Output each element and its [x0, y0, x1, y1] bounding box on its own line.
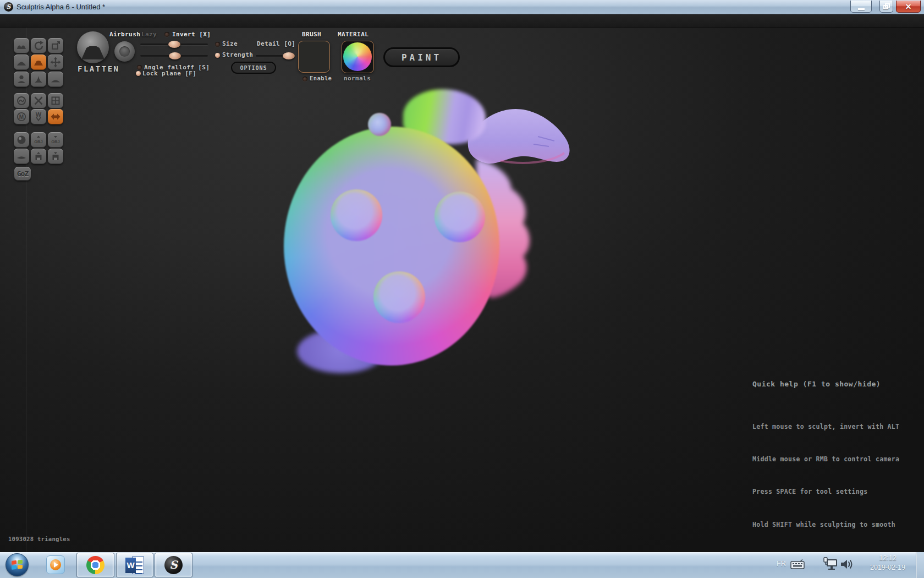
import-obj-button[interactable]: OBJ: [31, 132, 46, 148]
options-label: OPTIONS: [240, 65, 267, 71]
model-right-eye-bump: [435, 192, 485, 242]
start-button[interactable]: [6, 553, 29, 576]
strength-slider-knob[interactable]: [169, 52, 181, 59]
quick-help-title: Quick help (F1 to show/hide): [752, 380, 917, 388]
brush-texture-swatch[interactable]: [298, 41, 330, 73]
strength-pressure-radio[interactable]: [215, 53, 220, 58]
model-small-bump: [368, 113, 391, 136]
subdivide-all-button[interactable]: [48, 93, 63, 108]
options-button[interactable]: OPTIONS: [231, 62, 276, 74]
detail-label: Detail [Q]: [257, 40, 295, 47]
brush-enable-radio[interactable]: [302, 77, 307, 81]
restore-button[interactable]: [879, 1, 893, 13]
keyboard-icon[interactable]: [790, 559, 805, 570]
active-tool-name: FLATTEN: [78, 64, 120, 73]
sculptris-taskbar-icon: S: [164, 556, 183, 574]
reduce-brush-icon: [33, 95, 44, 106]
help-line: Middle mouse or RMB to control camera: [752, 454, 917, 465]
angle-falloff-radio[interactable]: [137, 65, 142, 70]
plane-icon: [16, 151, 27, 162]
brush-section-title: BRUSH: [302, 31, 321, 38]
detail-slider-knob[interactable]: [283, 52, 295, 59]
tool-draw-button[interactable]: [14, 54, 29, 70]
save-file-button[interactable]: [48, 149, 63, 164]
grab-icon: [50, 57, 61, 68]
size-slider[interactable]: [140, 41, 208, 48]
restore-icon: [883, 3, 890, 9]
paint-mode-button[interactable]: PAINT: [383, 47, 460, 67]
symmetry-toggle-button[interactable]: [48, 109, 63, 124]
export-obj-icon: OBJ: [50, 134, 61, 145]
pinch-icon: [33, 74, 44, 85]
tool-inflate-button[interactable]: [14, 72, 29, 87]
help-line: Left mouse to sculpt, invert with ALT: [752, 422, 917, 433]
new-plane-button[interactable]: [14, 149, 29, 164]
open-file-button[interactable]: [31, 149, 46, 164]
export-obj-button[interactable]: OBJ: [48, 132, 63, 148]
minimize-icon: [858, 8, 865, 10]
tool-crease-button[interactable]: [14, 38, 29, 53]
triangle-count-status: 1093028 triangles: [8, 536, 70, 542]
tool-pinch-button[interactable]: [31, 72, 46, 87]
lock-plane-label: Lock plane [F]: [142, 70, 196, 77]
minimize-button[interactable]: [850, 1, 872, 13]
wireframe-letter: W: [36, 111, 42, 118]
network-icon[interactable]: [823, 557, 838, 571]
help-line: Press SPACE for tool settings: [752, 487, 917, 498]
save-disk-icon: [50, 151, 61, 162]
reduce-selected-icon: [16, 95, 27, 106]
size-label: Size: [222, 40, 238, 47]
taskbar-chrome-button[interactable]: [76, 553, 114, 577]
export-obj-label: OBJ: [51, 139, 59, 144]
strength-slider[interactable]: [140, 52, 208, 59]
screen: S Sculptris Alpha 6 - Untitled * ✕ S Scu…: [0, 0, 924, 578]
subdivide-icon: [50, 95, 61, 106]
windows-flag-icon: [11, 559, 23, 570]
open-disk-icon: [33, 151, 44, 162]
speaker-icon[interactable]: [840, 558, 854, 571]
tool-flatten-button[interactable]: [31, 54, 46, 70]
reduce-selected-button[interactable]: [14, 93, 29, 108]
mask-letter: M: [19, 114, 24, 120]
close-icon: ✕: [905, 3, 912, 10]
new-sphere-button[interactable]: [14, 132, 29, 148]
mask-icon: M: [16, 111, 27, 122]
airbrush-toggle[interactable]: Airbrush: [109, 31, 140, 38]
material-swatch[interactable]: [342, 41, 374, 73]
tool-smooth-button[interactable]: [48, 72, 63, 87]
invert-radio[interactable]: [164, 32, 169, 37]
tool-grab-button[interactable]: [48, 54, 63, 70]
flatten-shape-icon: [81, 46, 105, 59]
model-sphere: [284, 127, 499, 366]
tool-scale-button[interactable]: [48, 38, 63, 53]
help-line: Hold SHIFT while sculpting to smooth: [752, 520, 917, 531]
goz-button[interactable]: GoZ: [14, 167, 31, 181]
close-button[interactable]: ✕: [896, 1, 921, 13]
detail-slider[interactable]: [256, 52, 295, 59]
paint-label: PAINT: [402, 52, 442, 63]
taskbar-word-button[interactable]: W: [116, 553, 153, 577]
mask-toggle-button[interactable]: M: [14, 109, 29, 124]
strength-label: Strength: [222, 51, 253, 58]
show-desktop-button[interactable]: [916, 552, 924, 578]
wireframe-toggle-button[interactable]: W: [31, 109, 46, 124]
lazy-toggle[interactable]: Lazy: [141, 31, 157, 38]
brush-alpha-ball[interactable]: [114, 41, 135, 62]
taskbar-wmp-button[interactable]: [46, 555, 65, 574]
app-header-bar: S Sculptris by Pixologic Copyright © 200…: [0, 14, 924, 28]
language-indicator[interactable]: FR: [777, 560, 786, 568]
sculpt-model[interactable]: [258, 88, 578, 380]
taskbar-sculptris-button[interactable]: S: [155, 553, 193, 577]
tool-rotate-button[interactable]: [31, 38, 46, 53]
app-logo-icon: S: [4, 2, 13, 12]
word-letter: W: [125, 558, 136, 573]
reduce-brush-button[interactable]: [31, 93, 46, 108]
taskbar-clock[interactable]: 12:12 2019-02-19: [862, 554, 913, 572]
lock-plane-radio[interactable]: [136, 71, 141, 76]
title-bar[interactable]: S Sculptris Alpha 6 - Untitled * ✕: [0, 0, 924, 14]
size-slider-knob[interactable]: [168, 41, 180, 48]
alpha-ball-inner: [119, 46, 130, 57]
word-icon: W: [125, 557, 144, 574]
size-pressure-radio[interactable]: [215, 42, 220, 47]
chrome-icon: [86, 556, 105, 574]
